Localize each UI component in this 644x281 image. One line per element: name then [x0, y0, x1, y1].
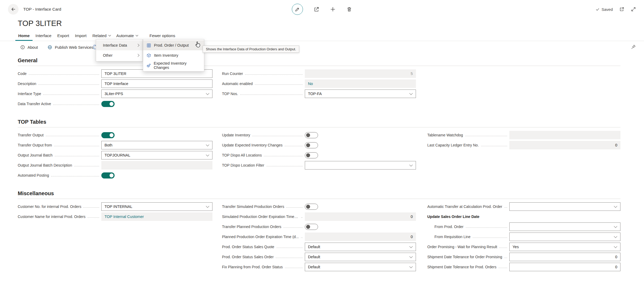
related-dropdown-menu: Interface Data Other — [96, 39, 143, 61]
update-inventory-toggle[interactable] — [305, 132, 318, 138]
open-in-new-window-icon — [619, 7, 624, 12]
edit-button[interactable] — [292, 4, 303, 15]
tab-import[interactable]: Import — [72, 30, 89, 41]
dotted-leader — [266, 164, 303, 166]
resize-arrows-icon — [631, 7, 636, 12]
dotted-leader — [29, 73, 99, 75]
grid-icon — [146, 43, 151, 48]
field-row-customer-name-internal: Customer Name for internal Prod. Orders … — [18, 212, 212, 222]
shipment-tol-order-promising-input[interactable] — [509, 253, 620, 261]
status-sales-quote-select[interactable]: Default — [305, 243, 416, 251]
share-button[interactable] — [314, 6, 319, 12]
submenu-item-prod-order-output[interactable]: Prod. Order / Output — [143, 40, 204, 50]
field-row-update-expected-inventory-changes: Update Expected Inventory Changes — [222, 140, 416, 150]
toggle-knob — [110, 133, 114, 137]
tab-home[interactable]: Home — [15, 30, 33, 41]
from-prod-order-select[interactable] — [509, 222, 620, 231]
status-sales-order-select[interactable]: Default — [305, 253, 416, 261]
dotted-leader — [473, 236, 507, 238]
dotted-leader — [498, 266, 507, 268]
dotted-leader — [38, 83, 99, 85]
chevron-down-icon — [206, 153, 209, 157]
save-status-label: Saved — [601, 7, 613, 12]
open-in-new-window-button[interactable] — [619, 7, 624, 12]
field-row-description: Description — [18, 79, 212, 89]
field-row-from-prod-order: From Prod. Order — [427, 222, 620, 232]
field-row-top-dispo-all-locations: TOP Dispo All Locations — [222, 150, 416, 160]
dotted-leader — [276, 256, 303, 258]
dotted-leader — [276, 246, 303, 248]
back-button[interactable] — [8, 4, 19, 15]
new-record-button[interactable] — [330, 6, 336, 12]
simulated-expiration-field: 0 — [305, 212, 416, 221]
dotted-leader — [83, 206, 99, 208]
top-nos-select[interactable]: TOP-FA — [305, 90, 416, 98]
dotted-leader — [466, 226, 507, 228]
from-requisition-line-select[interactable] — [509, 233, 620, 241]
field-row-planned-expiration: Planned Production Order Expiration Time… — [222, 232, 416, 242]
chevron-down-icon — [614, 225, 617, 228]
data-transfer-active-toggle[interactable] — [101, 101, 115, 107]
toggle-knob — [306, 133, 310, 137]
submenu-item-expected-inventory-changes[interactable]: Expected Inventory Changes — [143, 60, 204, 70]
output-journal-batch-select[interactable]: TOPJOURNAL — [101, 151, 212, 159]
customer-no-internal-select[interactable]: TOP INTERNAL — [101, 202, 212, 211]
field-row-auto-transfer-calc: Automatic Transfer at Calculation Prod. … — [427, 202, 620, 212]
section-title-miscellaneous: Miscellaneous — [18, 190, 620, 199]
about-label: About — [28, 45, 38, 50]
top-dispo-location-filter-select[interactable] — [305, 161, 416, 170]
delete-button[interactable] — [346, 6, 352, 12]
description-input[interactable] — [101, 79, 212, 88]
field-row-transfer-output-from: Transfer Output from Both — [18, 140, 212, 150]
field-row-data-transfer-active: Data Transfer Active — [18, 99, 212, 109]
transfer-output-toggle[interactable] — [101, 132, 115, 138]
dotted-leader — [74, 164, 99, 166]
top-dispo-all-locations-toggle[interactable] — [305, 152, 318, 158]
dotted-leader — [285, 266, 303, 268]
tab-export[interactable]: Export — [54, 30, 72, 41]
field-row-shipment-tol-order-promising: Shipment Date Tolerance for Order Promis… — [427, 252, 620, 262]
dotted-leader — [88, 216, 99, 218]
top-bar: TOP - Interface Card Saved — [0, 0, 644, 19]
automated-posting-toggle[interactable] — [101, 172, 115, 179]
field-row-output-journal-batch: Output Journal Batch TOPJOURNAL — [18, 150, 212, 160]
field-row-fix-planning: Fix Planning from Prod. Order Status Def… — [222, 262, 416, 272]
section-miscellaneous: Miscellaneous Customer No. for internal … — [18, 190, 620, 272]
auto-transfer-calc-select[interactable] — [509, 202, 620, 211]
chevron-down-icon — [614, 235, 617, 238]
publish-web-services-label: Publish Web Services — [55, 45, 93, 50]
transfer-simulated-toggle[interactable] — [305, 204, 318, 210]
field-row-tablename-watchdog: Tablename Watchdog — [427, 130, 620, 140]
chevron-down-icon — [409, 245, 413, 248]
submenu-item-item-inventory[interactable]: Item Inventory — [143, 50, 204, 60]
dotted-leader — [51, 175, 99, 176]
field-row-status-sales-quote: Prod. Order Status Sales Quote Default — [222, 242, 416, 252]
field-row-top-nos: TOP Nos. TOP-FA — [222, 89, 416, 99]
record-action-icons — [292, 0, 352, 19]
dotted-leader — [55, 154, 99, 156]
breadcrumb: TOP - Interface Card — [23, 7, 61, 12]
transfer-planned-toggle[interactable] — [305, 224, 318, 230]
interface-type-select[interactable]: 3Liter-PPS — [101, 90, 212, 98]
menu-item-interface-data[interactable]: Interface Data — [96, 40, 143, 50]
collapse-page-button[interactable] — [631, 7, 636, 12]
chevron-down-icon — [135, 34, 138, 37]
about-button[interactable]: About — [20, 45, 38, 50]
fix-planning-select[interactable]: Default — [305, 263, 416, 271]
pin-button[interactable] — [631, 44, 636, 50]
toggle-knob — [306, 143, 310, 147]
menu-item-other[interactable]: Other — [96, 50, 143, 60]
web-services-icon — [47, 45, 52, 50]
transfer-output-from-select[interactable]: Both — [101, 141, 212, 149]
field-row-transfer-planned: Transfer Planned Production Orders — [222, 222, 416, 232]
tab-interface[interactable]: Interface — [33, 30, 54, 41]
subheading-update-sales-order-line-date: Update Sales Order Line Date — [427, 212, 620, 222]
update-expected-inventory-changes-toggle[interactable] — [305, 142, 318, 148]
field-row-run-counter: Run Counter 5 — [222, 69, 416, 79]
shipment-tol-prod-orders-input[interactable] — [509, 263, 620, 271]
order-promising-select[interactable]: Yes — [509, 243, 620, 251]
pencil-icon — [295, 7, 300, 12]
dotted-leader — [504, 206, 507, 208]
chevron-down-icon — [409, 163, 413, 167]
publish-web-services-button[interactable]: Publish Web Services — [47, 45, 93, 50]
